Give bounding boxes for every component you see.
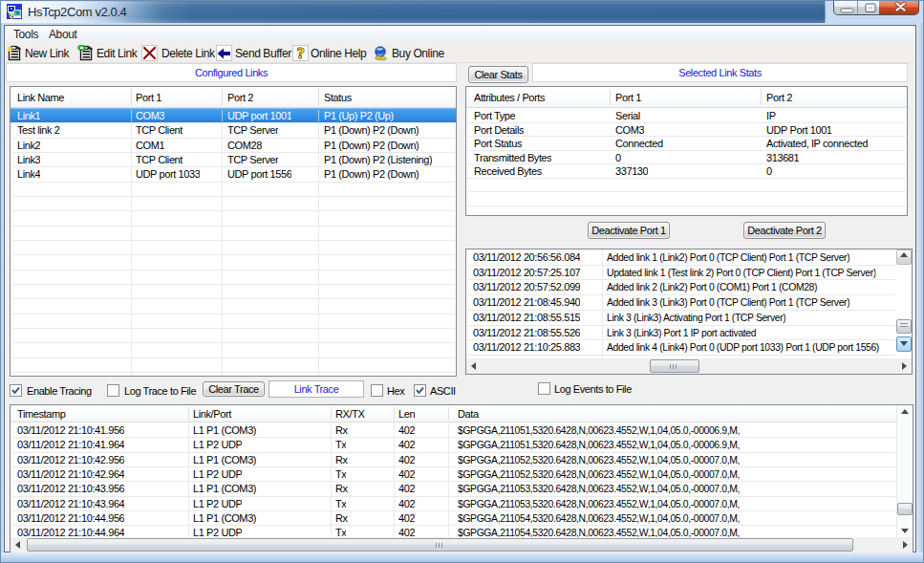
svg-text:?: ? <box>297 45 305 61</box>
